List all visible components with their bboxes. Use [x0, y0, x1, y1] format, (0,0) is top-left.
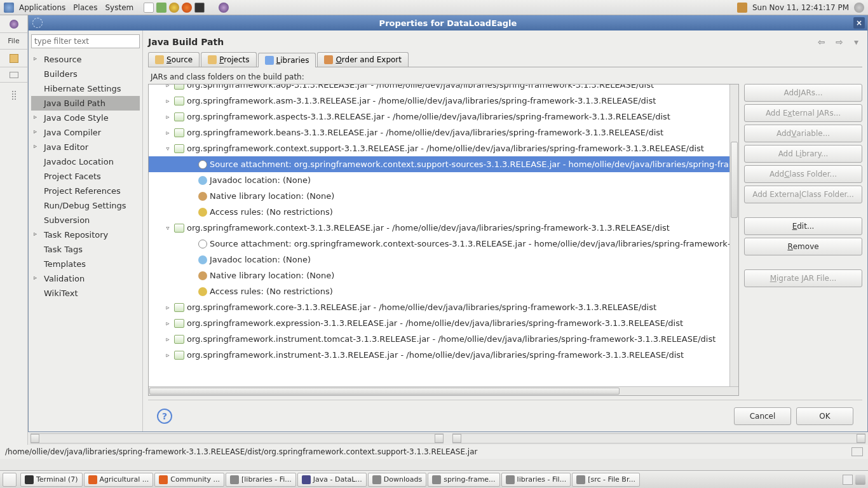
dialog-titlebar[interactable]: Properties for DataLoadEagle × — [29, 15, 867, 30]
nav-item-java-build-path[interactable]: Java Build Path — [31, 96, 140, 111]
nav-item-java-code-style[interactable]: Java Code Style — [31, 111, 140, 125]
task-libraries-fil-[interactable]: libraries - Fil... — [501, 473, 571, 487]
nav-item-resource[interactable]: Resource — [31, 52, 140, 67]
migrate-jar-file-button[interactable]: Migrate JAR File... — [744, 269, 862, 287]
nav-item-run-debug-settings[interactable]: Run/Debug Settings — [31, 198, 140, 213]
jar-attribute[interactable]: Javadoc location: (None) — [149, 172, 729, 188]
perspective-button[interactable] — [0, 15, 27, 33]
ok-button[interactable]: OK — [796, 407, 853, 425]
jar-attribute[interactable]: Javadoc location: (None) — [149, 252, 729, 268]
expander-icon[interactable]: ▿ — [164, 145, 172, 152]
edit-button[interactable]: Edit... — [744, 217, 862, 235]
nav-item-javadoc-location[interactable]: Javadoc Location — [31, 154, 140, 169]
jar-entry[interactable]: ▹org.springframework.instrument.tomcat-3… — [149, 331, 729, 347]
gedit-icon[interactable] — [144, 3, 154, 13]
task-community-[interactable]: Community ... — [154, 473, 224, 487]
expander-icon[interactable]: ▹ — [164, 85, 172, 88]
applications-menu[interactable]: Applications — [15, 3, 69, 12]
help-button[interactable]: ? — [157, 409, 172, 424]
toolbar-btn-2[interactable] — [0, 67, 27, 83]
show-desktop-button[interactable] — [3, 473, 17, 487]
eclipse-icon[interactable] — [219, 3, 229, 13]
libraries-tree[interactable]: ▹org.springframework.aop-3.1.3.RELEASE.j… — [148, 84, 739, 396]
nav-item-project-facets[interactable]: Project Facets — [31, 169, 140, 184]
nav-item-task-repository[interactable]: Task Repository — [31, 227, 140, 242]
jar-attribute[interactable]: Access rules: (No restrictions) — [149, 283, 729, 299]
add-jars-button[interactable]: Add JARs... — [744, 84, 862, 102]
expander-icon[interactable]: ▹ — [164, 336, 172, 342]
jar-entry[interactable]: ▿org.springframework.context.support-3.1… — [149, 140, 729, 156]
expander-icon[interactable]: ▹ — [164, 304, 172, 311]
expander-icon[interactable]: ▹ — [164, 113, 172, 120]
trim-widget[interactable] — [851, 447, 863, 456]
task-terminal-7-[interactable]: Terminal (7) — [20, 473, 83, 487]
tab-libraries[interactable]: Libraries — [258, 53, 316, 67]
tab-source[interactable]: Source — [148, 52, 200, 67]
nav-item-templates[interactable]: Templates — [31, 257, 140, 271]
nav-item-validation[interactable]: Validation — [31, 271, 140, 286]
expander-icon[interactable]: ▹ — [164, 320, 172, 327]
filter-input[interactable] — [31, 34, 140, 48]
task--src-file-br-[interactable]: [src - File Br... — [572, 473, 640, 487]
toolbar-btn-1[interactable] — [0, 50, 27, 67]
launcher-icon-1[interactable] — [156, 3, 166, 13]
toolbar-handle[interactable] — [0, 89, 27, 102]
jar-attribute[interactable]: Native library location: (None) — [149, 188, 729, 204]
jar-entry[interactable]: ▹org.springframework.asm-3.1.3.RELEASE.j… — [149, 93, 729, 109]
nav-item-java-editor[interactable]: Java Editor — [31, 140, 140, 154]
firefox-icon[interactable] — [182, 3, 192, 13]
jar-entry[interactable]: ▹org.springframework.core-3.1.3.RELEASE.… — [149, 299, 729, 315]
package-icon[interactable] — [737, 3, 747, 13]
places-menu[interactable]: Places — [69, 3, 101, 12]
jar-attribute[interactable]: Source attachment: org.springframework.c… — [149, 236, 729, 252]
scrollbar-right[interactable] — [452, 433, 865, 444]
expander-icon[interactable]: ▹ — [164, 97, 172, 104]
expander-icon[interactable]: ▹ — [164, 129, 172, 136]
file-menu[interactable]: File — [0, 33, 27, 50]
nav-history-arrows[interactable]: ⇦ ⇨ ▾ — [818, 37, 862, 47]
scrollbar-left[interactable] — [31, 433, 444, 444]
add-external-class-folder-button[interactable]: Add External Class Folder... — [744, 186, 862, 203]
close-button[interactable]: × — [853, 17, 865, 29]
volume-icon[interactable] — [854, 3, 864, 13]
tab-order-and-export[interactable]: Order and Export — [317, 52, 409, 67]
nav-item-builders[interactable]: Builders — [31, 67, 140, 81]
jar-entry[interactable]: ▿org.springframework.context-3.1.3.RELEA… — [149, 220, 729, 236]
nav-item-wikitext[interactable]: WikiText — [31, 286, 140, 301]
terminal-icon[interactable] — [194, 3, 205, 13]
nav-item-subversion[interactable]: Subversion — [31, 213, 140, 227]
expander-icon[interactable]: ▿ — [164, 224, 172, 231]
cancel-button[interactable]: Cancel — [734, 407, 791, 425]
add-external-jars-button[interactable]: Add External JARs... — [744, 104, 862, 122]
jar-attribute[interactable]: Access rules: (No restrictions) — [149, 204, 729, 220]
task-java-datal-[interactable]: Java - DataL... — [297, 473, 367, 487]
task-downloads[interactable]: Downloads — [368, 473, 426, 487]
jar-entry[interactable]: ▹org.springframework.aspects-3.1.3.RELEA… — [149, 109, 729, 125]
add-library-button[interactable]: Add Library... — [744, 145, 862, 163]
workspace-switcher[interactable] — [843, 475, 853, 485]
expander-icon[interactable]: ▹ — [164, 351, 172, 358]
tab-projects[interactable]: Projects — [201, 52, 256, 67]
task-spring-frame-[interactable]: spring-frame... — [428, 473, 499, 487]
jar-entry[interactable]: ▹org.springframework.aop-3.1.3.RELEASE.j… — [149, 85, 729, 93]
task-agricultural-[interactable]: Agricultural ... — [84, 473, 154, 487]
system-menu[interactable]: System — [101, 3, 137, 12]
removebutton[interactable]: Remove — [744, 238, 862, 255]
nav-item-java-compiler[interactable]: Java Compiler — [31, 125, 140, 140]
jar-attribute[interactable]: Source attachment: org.springframework.c… — [149, 156, 729, 172]
horizontal-scrollbar[interactable] — [149, 386, 738, 395]
nav-item-task-tags[interactable]: Task Tags — [31, 242, 140, 257]
task--libraries-fi-[interactable]: [libraries - Fi... — [226, 473, 296, 487]
add-variable-button[interactable]: Add Variable... — [744, 125, 862, 142]
vertical-scrollbar[interactable] — [729, 85, 738, 386]
clock[interactable]: Sun Nov 11, 12:41:17 PM — [749, 3, 853, 12]
jar-entry[interactable]: ▹org.springframework.instrument-3.1.3.RE… — [149, 347, 729, 363]
nav-item-hibernate-settings[interactable]: Hibernate Settings — [31, 81, 140, 96]
add-class-folder-button[interactable]: Add Class Folder... — [744, 165, 862, 183]
jar-entry[interactable]: ▹org.springframework.expression-3.1.3.RE… — [149, 315, 729, 331]
launcher-icon-2[interactable] — [169, 3, 179, 13]
jar-attribute[interactable]: Native library location: (None) — [149, 268, 729, 283]
jar-entry[interactable]: ▹org.springframework.beans-3.1.3.RELEASE… — [149, 125, 729, 140]
nav-item-project-references[interactable]: Project References — [31, 184, 140, 198]
trash-icon[interactable] — [855, 475, 865, 485]
